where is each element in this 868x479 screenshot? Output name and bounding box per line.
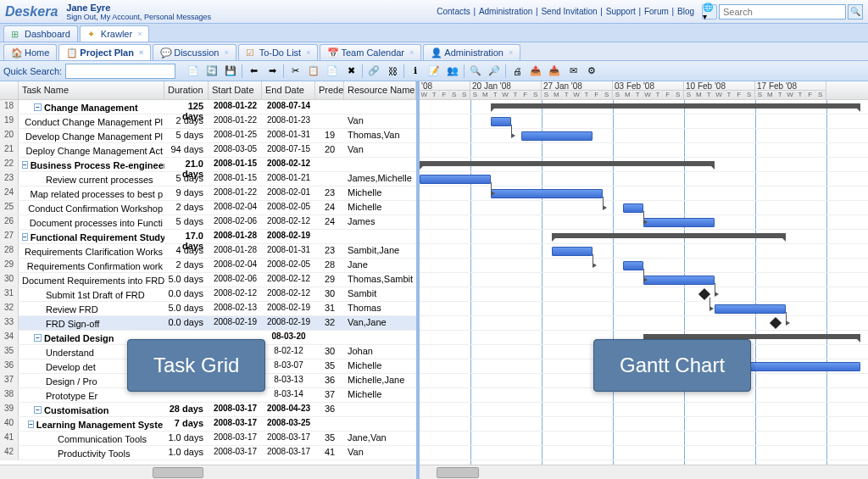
- duration-cell[interactable]: 9 days: [164, 187, 209, 200]
- pred-cell[interactable]: [315, 172, 344, 186]
- table-row[interactable]: 31Submit 1st Draft of FRD0.0 days2008-02…: [0, 287, 416, 302]
- pred-cell[interactable]: 19: [315, 129, 344, 142]
- search-button[interactable]: 🔍: [848, 4, 863, 19]
- collapse-icon[interactable]: −: [22, 161, 28, 169]
- gantt-bar[interactable]: [521, 131, 593, 141]
- start-cell[interactable]: 2008-01-15: [209, 172, 262, 186]
- table-row[interactable]: 29Requirements Confirmation work2 days20…: [0, 259, 416, 273]
- res-cell[interactable]: Van: [344, 114, 416, 128]
- pred-cell[interactable]: 24: [315, 201, 344, 214]
- pred-cell[interactable]: 20: [315, 143, 344, 157]
- tb-link[interactable]: 🔗: [365, 63, 382, 80]
- res-cell[interactable]: [344, 230, 416, 243]
- col-num[interactable]: [0, 81, 19, 99]
- duration-cell[interactable]: 0.0 days: [164, 316, 209, 330]
- end-cell[interactable]: 2008-02-12: [262, 273, 315, 287]
- close-icon[interactable]: ×: [224, 48, 228, 57]
- table-row[interactable]: 42Productivity Tools1.0 days2008-03-1720…: [0, 446, 416, 460]
- end-cell[interactable]: 2008-01-31: [262, 129, 315, 142]
- end-cell[interactable]: 2008-02-19: [262, 302, 315, 315]
- gantt-bar[interactable]: [715, 304, 786, 314]
- end-cell[interactable]: 2008-02-05: [262, 201, 315, 214]
- end-cell[interactable]: 2008-02-12: [262, 287, 315, 301]
- res-cell[interactable]: Michelle: [344, 388, 416, 402]
- tb-settings[interactable]: ⚙: [583, 63, 600, 80]
- collapse-icon[interactable]: −: [28, 421, 34, 428]
- col-pred[interactable]: Predec: [315, 81, 344, 99]
- duration-cell[interactable]: 4 days: [164, 244, 209, 258]
- gantt-hscroll-thumb[interactable]: [437, 467, 479, 478]
- close-icon[interactable]: ×: [509, 48, 513, 57]
- task-name-cell[interactable]: Document processes into Functi: [19, 215, 164, 229]
- res-cell[interactable]: Thomas,Van: [344, 129, 416, 142]
- tab-project-plan[interactable]: 📋 Project Plan ×: [58, 44, 151, 60]
- start-cell[interactable]: 2008-02-06: [209, 215, 262, 229]
- task-name-cell[interactable]: Conduct Confirmation Workshop: [19, 201, 164, 214]
- close-icon[interactable]: ×: [306, 48, 310, 57]
- pred-cell[interactable]: [315, 417, 344, 431]
- pred-cell[interactable]: 30: [315, 345, 344, 359]
- pred-cell[interactable]: 35: [315, 359, 344, 373]
- tb-new[interactable]: 📄: [185, 63, 202, 80]
- res-cell[interactable]: Van: [344, 446, 416, 460]
- tb-email[interactable]: ✉: [565, 63, 581, 80]
- task-name-cell[interactable]: Develop Change Management Pl: [19, 129, 164, 142]
- table-row[interactable]: 25Conduct Confirmation Workshop2 days200…: [0, 201, 416, 215]
- table-row[interactable]: 33FRD Sign-off0.0 days2008-02-192008-02-…: [0, 316, 416, 331]
- start-cell[interactable]: 2008-03-17: [209, 432, 262, 445]
- res-cell[interactable]: Sambit: [344, 287, 416, 301]
- end-cell[interactable]: 08-03-20: [262, 331, 315, 344]
- col-end[interactable]: End Date: [262, 81, 315, 99]
- start-cell[interactable]: 2008-03-17: [209, 446, 262, 460]
- end-cell[interactable]: 2008-04-23: [262, 403, 315, 416]
- start-cell[interactable]: 2008-02-13: [209, 302, 262, 315]
- duration-cell[interactable]: 0.0 days: [164, 287, 209, 301]
- end-cell[interactable]: 2008-02-19: [262, 316, 315, 330]
- tb-import[interactable]: 📥: [546, 63, 563, 80]
- table-row[interactable]: 39−Customisation28 days2008-03-172008-04…: [0, 403, 416, 417]
- duration-cell[interactable]: 28 days: [164, 403, 209, 416]
- start-cell[interactable]: 2008-01-25: [209, 129, 262, 142]
- start-cell[interactable]: 2008-02-06: [209, 273, 262, 287]
- start-cell[interactable]: 2008-03-05: [209, 143, 262, 157]
- tab-home[interactable]: 🏠 Home: [3, 44, 57, 60]
- tb-refresh[interactable]: 🔄: [203, 63, 220, 80]
- tb-note[interactable]: 📝: [426, 63, 442, 80]
- res-cell[interactable]: Thomas,Sambit: [344, 273, 416, 287]
- table-row[interactable]: 18−Change Management125 days2008-01-2220…: [0, 100, 416, 114]
- duration-cell[interactable]: 7 days: [164, 417, 209, 431]
- gantt-bar[interactable]: [623, 203, 643, 213]
- duration-cell[interactable]: 2 days: [164, 201, 209, 214]
- res-cell[interactable]: Michelle: [344, 359, 416, 373]
- task-name-cell[interactable]: −Functional Requirement Study: [19, 230, 164, 243]
- duration-cell[interactable]: 1.0 days: [164, 446, 209, 460]
- col-resources[interactable]: Resource Names: [344, 81, 416, 99]
- pred-cell[interactable]: 36: [315, 374, 344, 387]
- pred-cell[interactable]: 37: [315, 388, 344, 402]
- task-name-cell[interactable]: −Business Process Re-engineerin: [19, 158, 164, 171]
- collapse-icon[interactable]: −: [34, 406, 42, 414]
- end-cell[interactable]: 2008-07-15: [262, 143, 315, 157]
- end-cell[interactable]: 2008-03-25: [262, 417, 315, 431]
- table-row[interactable]: 26Document processes into Functi5 days20…: [0, 215, 416, 230]
- tb-paste[interactable]: 📄: [324, 63, 341, 80]
- table-row[interactable]: 27−Functional Requirement Study17.0 days…: [0, 230, 416, 244]
- gantt-bar[interactable]: [491, 117, 511, 126]
- gantt-bar[interactable]: [552, 247, 593, 256]
- pred-cell[interactable]: 28: [315, 259, 344, 272]
- task-name-cell[interactable]: Productivity Tools: [19, 446, 164, 460]
- duration-cell[interactable]: 21.0 days: [164, 158, 209, 171]
- tab-team-calendar[interactable]: 📅 Team Calendar ×: [320, 44, 421, 60]
- close-icon[interactable]: ×: [409, 48, 414, 57]
- task-name-cell[interactable]: −Customisation: [19, 403, 164, 416]
- res-cell[interactable]: Sambit,Jane: [344, 244, 416, 258]
- duration-cell[interactable]: 2 days: [164, 259, 209, 272]
- pred-cell[interactable]: 23: [315, 187, 344, 200]
- duration-cell[interactable]: 94 days: [164, 143, 209, 157]
- tb-resource[interactable]: 👥: [444, 63, 461, 80]
- tb-outdent[interactable]: ➡: [264, 63, 281, 80]
- table-row[interactable]: 28Requirements Clarification Works4 days…: [0, 244, 416, 259]
- res-cell[interactable]: Michelle: [344, 201, 416, 214]
- globe-dropdown-icon[interactable]: 🌐▾: [702, 4, 717, 19]
- duration-cell[interactable]: 5 days: [164, 172, 209, 186]
